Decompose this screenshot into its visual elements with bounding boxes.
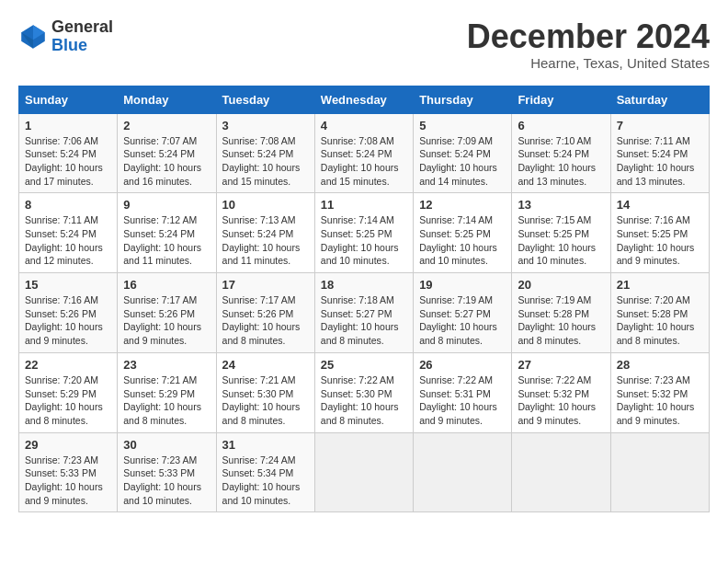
day-info: Sunrise: 7:06 AMSunset: 5:24 PMDaylight:… (25, 134, 111, 189)
day-number: 9 (123, 198, 210, 212)
header-wednesday: Wednesday (314, 86, 413, 113)
table-row: 14Sunrise: 7:16 AMSunset: 5:25 PMDayligh… (610, 193, 709, 273)
table-row: 16Sunrise: 7:17 AMSunset: 5:26 PMDayligh… (118, 273, 216, 353)
header-saturday: Saturday (610, 86, 709, 113)
table-row: 26Sunrise: 7:22 AMSunset: 5:31 PMDayligh… (414, 352, 512, 432)
table-row: 11Sunrise: 7:14 AMSunset: 5:25 PMDayligh… (314, 193, 413, 273)
logo-text: General Blue (51, 18, 113, 55)
table-row: 15Sunrise: 7:16 AMSunset: 5:26 PMDayligh… (19, 273, 118, 353)
table-row: 2Sunrise: 7:07 AMSunset: 5:24 PMDaylight… (118, 113, 216, 193)
day-number: 20 (518, 278, 604, 292)
day-info: Sunrise: 7:10 AMSunset: 5:24 PMDaylight:… (518, 134, 604, 189)
table-row: 12Sunrise: 7:14 AMSunset: 5:25 PMDayligh… (414, 193, 512, 273)
day-number: 28 (617, 358, 703, 372)
logo: General Blue (18, 18, 113, 55)
table-row: 22Sunrise: 7:20 AMSunset: 5:29 PMDayligh… (19, 352, 118, 432)
header-thursday: Thursday (414, 86, 512, 113)
day-number: 16 (123, 278, 210, 292)
table-row (314, 432, 413, 512)
day-info: Sunrise: 7:19 AMSunset: 5:28 PMDaylight:… (518, 293, 604, 348)
table-row: 30Sunrise: 7:23 AMSunset: 5:33 PMDayligh… (118, 432, 216, 512)
header-friday: Friday (512, 86, 610, 113)
day-info: Sunrise: 7:23 AMSunset: 5:33 PMDaylight:… (123, 454, 210, 508)
day-info: Sunrise: 7:20 AMSunset: 5:29 PMDaylight:… (25, 373, 111, 428)
table-row: 13Sunrise: 7:15 AMSunset: 5:25 PMDayligh… (512, 193, 610, 273)
day-number: 21 (617, 278, 703, 292)
table-row (610, 432, 709, 512)
day-info: Sunrise: 7:07 AMSunset: 5:24 PMDaylight:… (123, 134, 210, 189)
day-number: 6 (518, 119, 604, 132)
table-row: 7Sunrise: 7:11 AMSunset: 5:24 PMDaylight… (610, 113, 709, 193)
table-row: 25Sunrise: 7:22 AMSunset: 5:30 PMDayligh… (314, 352, 413, 432)
day-number: 29 (25, 438, 111, 452)
header-sunday: Sunday (19, 86, 118, 113)
day-number: 26 (419, 358, 506, 372)
day-number: 14 (617, 198, 703, 212)
table-row: 24Sunrise: 7:21 AMSunset: 5:30 PMDayligh… (216, 352, 314, 432)
table-row: 23Sunrise: 7:21 AMSunset: 5:29 PMDayligh… (118, 352, 216, 432)
day-number: 25 (321, 358, 407, 372)
day-info: Sunrise: 7:08 AMSunset: 5:24 PMDaylight:… (222, 134, 309, 189)
day-info: Sunrise: 7:15 AMSunset: 5:25 PMDaylight:… (518, 213, 604, 268)
day-info: Sunrise: 7:13 AMSunset: 5:24 PMDaylight:… (222, 213, 309, 268)
table-row: 1Sunrise: 7:06 AMSunset: 5:24 PMDaylight… (19, 113, 118, 193)
day-info: Sunrise: 7:19 AMSunset: 5:27 PMDaylight:… (419, 293, 506, 348)
day-info: Sunrise: 7:14 AMSunset: 5:25 PMDaylight:… (321, 213, 407, 268)
day-number: 18 (321, 278, 407, 292)
day-info: Sunrise: 7:11 AMSunset: 5:24 PMDaylight:… (25, 213, 111, 268)
day-number: 12 (419, 198, 506, 212)
day-number: 31 (222, 438, 309, 452)
table-row: 9Sunrise: 7:12 AMSunset: 5:24 PMDaylight… (118, 193, 216, 273)
day-info: Sunrise: 7:14 AMSunset: 5:25 PMDaylight:… (419, 213, 506, 268)
day-number: 5 (419, 119, 506, 132)
day-number: 17 (222, 278, 309, 292)
day-number: 7 (617, 119, 703, 132)
calendar-row: 15Sunrise: 7:16 AMSunset: 5:26 PMDayligh… (19, 273, 710, 353)
header-monday: Monday (118, 86, 216, 113)
header: General Blue December 2024 Hearne, Texas… (18, 18, 710, 71)
table-row: 10Sunrise: 7:13 AMSunset: 5:24 PMDayligh… (216, 193, 314, 273)
day-info: Sunrise: 7:23 AMSunset: 5:32 PMDaylight:… (617, 373, 703, 428)
table-row: 19Sunrise: 7:19 AMSunset: 5:27 PMDayligh… (414, 273, 512, 353)
table-row: 28Sunrise: 7:23 AMSunset: 5:32 PMDayligh… (610, 352, 709, 432)
day-number: 22 (25, 358, 111, 372)
table-row (512, 432, 610, 512)
day-info: Sunrise: 7:16 AMSunset: 5:26 PMDaylight:… (25, 293, 111, 348)
day-number: 2 (123, 119, 210, 132)
table-row: 8Sunrise: 7:11 AMSunset: 5:24 PMDaylight… (19, 193, 118, 273)
table-row: 21Sunrise: 7:20 AMSunset: 5:28 PMDayligh… (610, 273, 709, 353)
day-number: 8 (25, 198, 111, 212)
day-info: Sunrise: 7:08 AMSunset: 5:24 PMDaylight:… (321, 134, 407, 189)
table-row: 27Sunrise: 7:22 AMSunset: 5:32 PMDayligh… (512, 352, 610, 432)
day-info: Sunrise: 7:23 AMSunset: 5:33 PMDaylight:… (25, 454, 111, 508)
day-info: Sunrise: 7:16 AMSunset: 5:25 PMDaylight:… (617, 213, 703, 268)
day-info: Sunrise: 7:21 AMSunset: 5:30 PMDaylight:… (222, 373, 309, 428)
table-row: 5Sunrise: 7:09 AMSunset: 5:24 PMDaylight… (414, 113, 512, 193)
day-info: Sunrise: 7:22 AMSunset: 5:31 PMDaylight:… (419, 373, 506, 428)
day-info: Sunrise: 7:12 AMSunset: 5:24 PMDaylight:… (123, 213, 210, 268)
table-row: 29Sunrise: 7:23 AMSunset: 5:33 PMDayligh… (19, 432, 118, 512)
day-number: 15 (25, 278, 111, 292)
table-row: 3Sunrise: 7:08 AMSunset: 5:24 PMDaylight… (216, 113, 314, 193)
day-number: 13 (518, 198, 604, 212)
calendar-row: 1Sunrise: 7:06 AMSunset: 5:24 PMDaylight… (19, 113, 710, 193)
table-row: 20Sunrise: 7:19 AMSunset: 5:28 PMDayligh… (512, 273, 610, 353)
day-info: Sunrise: 7:11 AMSunset: 5:24 PMDaylight:… (617, 134, 703, 189)
day-number: 19 (419, 278, 506, 292)
month-title: December 2024 (467, 18, 710, 55)
calendar-body: 1Sunrise: 7:06 AMSunset: 5:24 PMDaylight… (19, 113, 710, 512)
day-number: 30 (123, 438, 210, 452)
day-number: 24 (222, 358, 309, 372)
day-number: 1 (25, 119, 111, 132)
day-info: Sunrise: 7:22 AMSunset: 5:30 PMDaylight:… (321, 373, 407, 428)
calendar-row: 8Sunrise: 7:11 AMSunset: 5:24 PMDaylight… (19, 193, 710, 273)
day-info: Sunrise: 7:18 AMSunset: 5:27 PMDaylight:… (321, 293, 407, 348)
calendar-row: 29Sunrise: 7:23 AMSunset: 5:33 PMDayligh… (19, 432, 710, 512)
day-number: 11 (321, 198, 407, 212)
day-number: 23 (123, 358, 210, 372)
table-row: 18Sunrise: 7:18 AMSunset: 5:27 PMDayligh… (314, 273, 413, 353)
calendar-row: 22Sunrise: 7:20 AMSunset: 5:29 PMDayligh… (19, 352, 710, 432)
day-info: Sunrise: 7:20 AMSunset: 5:28 PMDaylight:… (617, 293, 703, 348)
title-area: December 2024 Hearne, Texas, United Stat… (467, 18, 710, 71)
day-info: Sunrise: 7:22 AMSunset: 5:32 PMDaylight:… (518, 373, 604, 428)
